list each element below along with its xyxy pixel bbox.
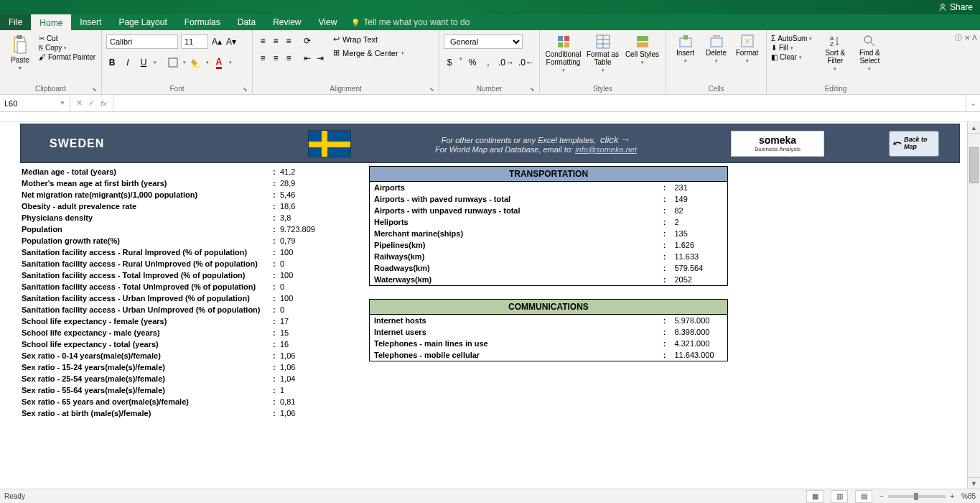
table-row: Telephones - mobile cellular:11.643.000 (370, 349, 728, 361)
page-layout-icon[interactable]: ▥ (831, 490, 848, 503)
increase-font-icon[interactable]: A▴ (211, 35, 223, 48)
clear-button[interactable]: ◧Clear▾ (771, 53, 812, 61)
indent-decrease-icon[interactable]: ⇤ (302, 52, 313, 65)
communications-table: COMMUNICATIONS Internet hosts:5.978.000I… (369, 299, 728, 361)
dialog-launcher-icon[interactable]: ⬊ (530, 86, 535, 93)
increase-decimal-icon[interactable]: .0→ (498, 56, 514, 69)
font-name-input[interactable] (106, 34, 178, 49)
autosum-button[interactable]: ΣAutoSum▾ (771, 34, 812, 42)
format-table-button[interactable]: Format as Table▾ (584, 34, 622, 73)
decrease-decimal-icon[interactable]: .0← (518, 56, 534, 69)
find-select-button[interactable]: Find & Select▾ (854, 34, 885, 72)
scroll-down-icon[interactable]: ▼ (968, 477, 980, 489)
table-row: Sanitation facility access - Rural Impro… (20, 246, 336, 258)
table-row: Sex ratio - at birth (male(s)/female):1,… (20, 407, 336, 419)
format-cells-button[interactable]: Format▾ (732, 34, 762, 64)
transportation-table: TRANSPORTATION Airports:231Airports - wi… (369, 166, 728, 286)
number-format-select[interactable]: General (444, 34, 523, 49)
zoom-out-icon[interactable]: − (879, 492, 884, 500)
scroll-thumb[interactable] (969, 147, 979, 183)
delete-icon (710, 34, 723, 47)
merge-center-button[interactable]: ⊞Merge & Center▾ (333, 48, 404, 57)
indent-increase-icon[interactable]: ⇥ (314, 52, 326, 65)
tab-review[interactable]: Review (264, 14, 309, 30)
table-row: Pipelines(km):1.626 (370, 239, 728, 251)
align-left-icon[interactable]: ≡ (257, 52, 269, 65)
tab-formulas[interactable]: Formulas (176, 14, 229, 30)
fill-button[interactable]: ⬇Fill▾ (771, 44, 812, 52)
format-painter-button[interactable]: 🖌Format Painter (39, 53, 95, 61)
tab-file[interactable]: File (0, 14, 31, 30)
zoom-in-icon[interactable]: + (950, 492, 954, 500)
svg-point-23 (864, 36, 872, 43)
back-to-map-button[interactable]: ⤺Back to Map (889, 131, 939, 157)
zoom-level[interactable]: %85 (961, 492, 976, 500)
align-middle-icon[interactable]: ≡ (270, 34, 281, 47)
table-row: Sanitation facility access - Rural UnImp… (20, 258, 336, 269)
email-link[interactable]: info@someka.net (575, 145, 637, 154)
tell-me-search[interactable]: 💡 Tell me what you want to do (351, 14, 470, 30)
font-size-input[interactable] (181, 34, 208, 49)
zoom-slider[interactable]: − + (879, 492, 954, 500)
accounting-format-icon[interactable]: $ (444, 56, 455, 69)
align-bottom-icon[interactable]: ≡ (283, 34, 294, 47)
svg-rect-15 (637, 42, 648, 47)
decrease-font-icon[interactable]: A▾ (225, 35, 237, 48)
table-row: Sanitation facility access - Urban Impro… (20, 292, 336, 304)
paste-button[interactable]: Paste ▼ (4, 34, 36, 71)
comma-format-icon[interactable]: , (482, 56, 494, 69)
fx-icon[interactable]: fx (101, 99, 107, 108)
country-banner: SWEDEN For other continents or any Excel… (20, 124, 960, 163)
cell-styles-button[interactable]: Cell Styles▾ (623, 34, 661, 65)
table-row: Internet users:8.398.000 (370, 326, 728, 338)
tab-home[interactable]: Home (31, 14, 71, 30)
vertical-scrollbar[interactable]: ▲ ▼ (967, 122, 980, 489)
collapse-ribbon-icon[interactable]: ⓘ ✕ ᐱ (955, 33, 977, 43)
dialog-launcher-icon[interactable]: ⬊ (429, 86, 434, 93)
align-top-icon[interactable]: ≡ (257, 34, 269, 47)
expand-formula-icon[interactable]: ⌄ (966, 95, 980, 111)
insert-cells-button[interactable]: Insert▾ (671, 34, 700, 64)
svg-rect-7 (564, 36, 569, 41)
wrap-text-button[interactable]: ↩Wrap Text (333, 34, 404, 44)
table-row: Heliports:2 (370, 216, 728, 228)
percent-format-icon[interactable]: % (467, 56, 478, 69)
sort-filter-button[interactable]: AZSort & Filter▾ (819, 34, 851, 72)
transportation-header: TRANSPORTATION (370, 167, 728, 182)
dialog-launcher-icon[interactable]: ⬊ (92, 86, 97, 93)
svg-rect-8 (558, 42, 563, 47)
cancel-formula-icon[interactable]: ✕ (76, 98, 83, 108)
italic-button[interactable]: I (122, 56, 134, 69)
tab-data[interactable]: Data (229, 14, 264, 30)
normal-view-icon[interactable]: ▦ (806, 490, 823, 503)
fill-color-button[interactable] (190, 56, 202, 69)
enter-formula-icon[interactable]: ✓ (88, 98, 95, 108)
align-center-icon[interactable]: ≡ (270, 52, 281, 65)
table-row: School life expectancy - male (years):15 (20, 327, 336, 338)
formula-input[interactable] (113, 95, 966, 111)
tab-view[interactable]: View (310, 14, 346, 30)
bold-button[interactable]: B (106, 56, 118, 69)
cut-button[interactable]: ✂Cut (39, 34, 95, 42)
dialog-launcher-icon[interactable]: ⬊ (243, 86, 248, 93)
tab-page-layout[interactable]: Page Layout (110, 14, 175, 30)
table-row: Railways(km):11.633 (370, 251, 728, 262)
scroll-up-icon[interactable]: ▲ (968, 122, 980, 134)
clipboard-group-label: Clipboard⬊ (4, 83, 97, 94)
align-right-icon[interactable]: ≡ (283, 52, 294, 65)
copy-button[interactable]: ⎘Copy▾ (39, 44, 95, 52)
svg-rect-5 (192, 66, 200, 68)
orientation-icon[interactable]: ⟳ (302, 34, 313, 47)
conditional-formatting-button[interactable]: Conditional Formatting▾ (544, 34, 582, 73)
underline-button[interactable]: U (138, 56, 149, 69)
svg-rect-17 (683, 35, 688, 40)
borders-button[interactable] (167, 56, 179, 69)
page-break-icon[interactable]: ▤ (855, 490, 872, 503)
share-button[interactable]: Share (938, 2, 973, 12)
font-color-button[interactable]: A (213, 56, 225, 69)
tab-insert[interactable]: Insert (71, 14, 110, 30)
delete-cells-button[interactable]: Delete▾ (701, 34, 731, 64)
name-box[interactable]: L60▼ (0, 95, 70, 111)
table-row: Airports - with unpaved runways - total:… (370, 205, 728, 216)
worksheet-body[interactable]: SWEDEN For other continents or any Excel… (0, 122, 967, 489)
